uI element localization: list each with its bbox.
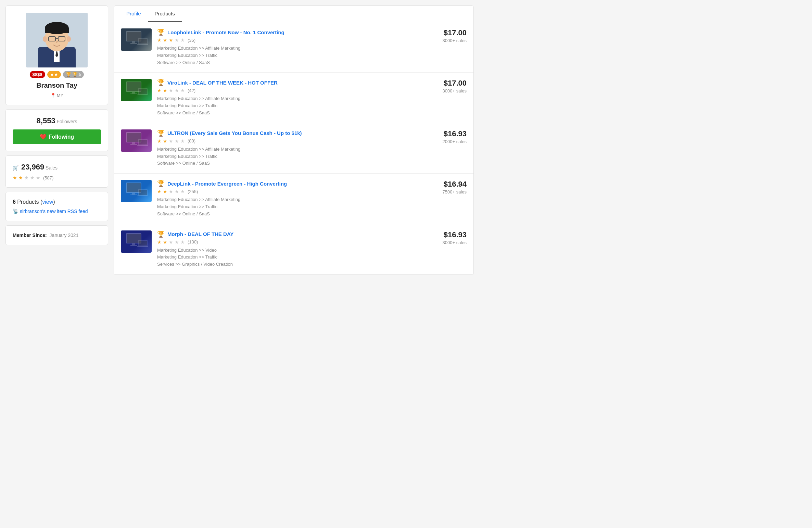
product-title[interactable]: ViroLink - DEAL OF THE WEEK - HOT OFFER xyxy=(167,80,278,86)
product-rating-count: (130) xyxy=(188,239,198,244)
rss-icon: 📡 xyxy=(13,209,18,214)
tabs: Profile Products xyxy=(114,6,473,22)
sales-count: 23,969 xyxy=(21,163,44,171)
product-thumb-4 xyxy=(121,230,152,253)
product-info-1: 🏆 ViroLink - DEAL OF THE WEEK - HOT OFFE… xyxy=(157,79,420,116)
product-info-3: 🏆 DeepLink - Promote Evergreen - High Co… xyxy=(157,180,420,217)
product-thumb-3 xyxy=(121,180,152,202)
product-sales: 2000+ sales xyxy=(426,139,467,144)
trophy-icon: 🏆 xyxy=(157,129,165,137)
product-price: $16.94 xyxy=(426,180,467,189)
product-star-3: ★ xyxy=(175,88,179,93)
product-thumbnail xyxy=(121,79,152,101)
member-since-card: Member Since: January 2021 xyxy=(5,225,108,245)
product-thumbnail xyxy=(121,230,152,253)
product-star-3: ★ xyxy=(175,239,179,245)
product-title[interactable]: DeepLink - Promote Evergreen - High Conv… xyxy=(167,181,287,187)
product-title[interactable]: ULTRON (Every Sale Gets You Bonus Cash -… xyxy=(167,130,302,136)
product-info-4: 🏆 Morph - DEAL OF THE DAY ★★★★★ (130) Ma… xyxy=(157,230,420,268)
product-category: Software >> Online / SaaS xyxy=(157,59,420,66)
username: Branson Tay xyxy=(36,81,77,89)
star-5: ★ xyxy=(36,175,40,180)
heart-icon: ❤️ xyxy=(40,134,47,140)
svg-rect-51 xyxy=(137,246,148,247)
svg-point-7 xyxy=(43,36,47,42)
product-price: $16.93 xyxy=(426,129,467,138)
product-category: Marketing Education >> Traffic xyxy=(157,102,420,110)
product-item-4: 🏆 Morph - DEAL OF THE DAY ★★★★★ (130) Ma… xyxy=(114,224,473,275)
products-count-row: 6 Products (view) xyxy=(13,199,101,205)
product-categories: Marketing Education >> Affiliate Marketi… xyxy=(157,196,420,217)
star-2: ★ xyxy=(18,175,23,180)
product-star-4: ★ xyxy=(180,189,185,194)
product-rating-count: (255) xyxy=(188,189,198,194)
svg-rect-16 xyxy=(130,43,137,44)
product-info-0: 🏆 LoopholeLink - Promote Now - No. 1 Con… xyxy=(157,28,420,66)
svg-rect-15 xyxy=(132,41,135,43)
tab-products[interactable]: Products xyxy=(148,6,182,22)
svg-rect-32 xyxy=(130,144,137,145)
trophy-icon: 🏆 xyxy=(157,180,165,187)
product-star-2: ★ xyxy=(169,138,173,144)
followers-count: 8,553 xyxy=(37,116,55,125)
badges-row: $$$$ ★★ 🏆 🏆 5 xyxy=(30,71,84,78)
product-category: Marketing Education >> Affiliate Marketi… xyxy=(157,146,420,153)
product-star-3: ★ xyxy=(175,37,179,43)
stars-badge: ★★ xyxy=(47,71,61,78)
svg-rect-18 xyxy=(139,39,147,43)
product-category: Marketing Education >> Traffic xyxy=(157,203,420,211)
product-price: $16.93 xyxy=(426,230,467,239)
product-category: Marketing Education >> Affiliate Marketi… xyxy=(157,196,420,203)
trophy-icon: 🏆 xyxy=(157,28,165,36)
product-star-2: ★ xyxy=(169,88,173,93)
product-title-row: 🏆 ULTRON (Every Sale Gets You Bonus Cash… xyxy=(157,129,420,137)
followers-count-row: 8,553 Followers xyxy=(13,116,101,125)
product-title[interactable]: LoopholeLink - Promote Now - No. 1 Conve… xyxy=(167,29,284,35)
sales-rating-count: (587) xyxy=(43,175,53,180)
svg-rect-35 xyxy=(137,145,148,146)
product-sales: 3000+ sales xyxy=(426,38,467,43)
svg-point-8 xyxy=(67,36,71,42)
product-price-col: $16.94 7500+ sales xyxy=(426,180,467,194)
products-list: 🏆 LoopholeLink - Promote Now - No. 1 Con… xyxy=(114,22,473,275)
sales-rating-row: ★ ★ ★ ★ ★ (587) xyxy=(13,175,101,180)
star-4: ★ xyxy=(30,175,35,180)
product-item-1: 🏆 ViroLink - DEAL OF THE WEEK - HOT OFFE… xyxy=(114,73,473,123)
product-rating-count: (42) xyxy=(188,88,195,93)
product-title-row: 🏆 ViroLink - DEAL OF THE WEEK - HOT OFFE… xyxy=(157,79,420,86)
location: 📍 MY xyxy=(50,93,64,98)
product-star-1: ★ xyxy=(163,37,167,43)
svg-rect-47 xyxy=(132,243,135,245)
product-price-col: $17.00 3000+ sales xyxy=(426,79,467,93)
member-since-label: Member Since: xyxy=(13,232,47,238)
avatar xyxy=(26,13,88,67)
product-thumbnail xyxy=(121,180,152,202)
svg-rect-34 xyxy=(139,140,147,144)
product-star-1: ★ xyxy=(163,88,167,93)
product-star-1: ★ xyxy=(163,239,167,245)
product-title[interactable]: Morph - DEAL OF THE DAY xyxy=(167,231,233,237)
trophy-badge: 🏆 🏆 5 xyxy=(63,71,84,78)
product-star-3: ★ xyxy=(175,189,179,194)
svg-rect-26 xyxy=(139,89,147,94)
product-categories: Marketing Education >> Affiliate Marketi… xyxy=(157,95,420,116)
product-category: Software >> Online / SaaS xyxy=(157,160,420,167)
cart-icon: 🛒 xyxy=(13,165,18,171)
product-star-4: ★ xyxy=(180,88,185,93)
product-category: Marketing Education >> Traffic xyxy=(157,153,420,160)
svg-rect-31 xyxy=(132,142,135,144)
product-star-1: ★ xyxy=(163,138,167,144)
product-rating-row: ★★★★★ (35) xyxy=(157,37,420,43)
sidebar: $$$$ ★★ 🏆 🏆 5 Branson Tay 📍 MY 8,553 Fol… xyxy=(5,5,108,275)
svg-rect-50 xyxy=(139,241,147,246)
product-star-4: ★ xyxy=(180,239,185,245)
product-category: Marketing Education >> Traffic xyxy=(157,52,420,59)
product-thumb-0 xyxy=(121,28,152,51)
product-item-2: 🏆 ULTRON (Every Sale Gets You Bonus Cash… xyxy=(114,123,473,174)
following-button[interactable]: ❤️ Following xyxy=(13,129,101,144)
rss-feed-link[interactable]: 📡 sirbranson's new item RSS feed xyxy=(13,209,101,214)
main-content: Profile Products 🏆 LoopholeLink - Prom xyxy=(114,5,474,275)
view-products-link[interactable]: view xyxy=(42,199,53,205)
tab-profile[interactable]: Profile xyxy=(119,6,148,22)
product-star-2: ★ xyxy=(169,189,173,194)
